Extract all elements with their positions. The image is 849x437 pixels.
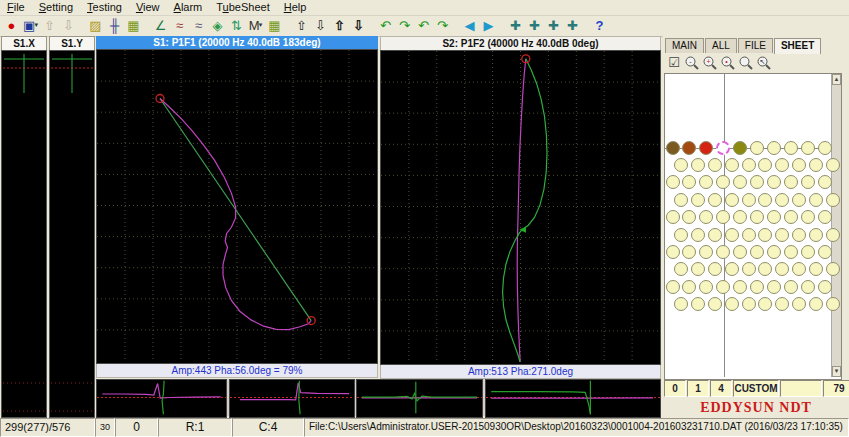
- span-updown-icon[interactable]: ⇅: [227, 16, 246, 34]
- tube-circle[interactable]: [691, 193, 705, 207]
- tube-circle[interactable]: [758, 262, 772, 276]
- edit-check-icon[interactable]: ☑: [665, 54, 683, 71]
- tube-circle[interactable]: [733, 175, 747, 189]
- tube-circle[interactable]: [767, 210, 781, 224]
- tube-circle[interactable]: [733, 245, 747, 259]
- menu-testing[interactable]: Testing: [80, 0, 129, 15]
- tube-circle[interactable]: [784, 280, 798, 294]
- zoom-region-icon[interactable]: •: [719, 54, 737, 71]
- page-up-icon[interactable]: ⇧: [330, 16, 349, 34]
- tube-circle[interactable]: [725, 193, 739, 207]
- tube-circle[interactable]: [767, 141, 781, 155]
- sheet-scrollbar[interactable]: ▲ ▼: [831, 74, 841, 377]
- scope-2-display[interactable]: [380, 50, 661, 365]
- tube-circle[interactable]: [682, 210, 696, 224]
- prev-icon[interactable]: ◀: [460, 16, 479, 34]
- tube-circle[interactable]: [809, 158, 823, 172]
- impedance-plane-icon[interactable]: ∠: [151, 16, 170, 34]
- tube-circle[interactable]: [826, 193, 840, 207]
- next-icon[interactable]: ▶: [479, 16, 498, 34]
- tube-circle[interactable]: [758, 297, 772, 311]
- tube-circle[interactable]: [818, 141, 832, 155]
- waveform-1-icon[interactable]: ≈: [170, 16, 189, 34]
- tube-circle[interactable]: [826, 228, 840, 242]
- tube-circle[interactable]: [682, 141, 696, 155]
- tube-circle[interactable]: [775, 193, 789, 207]
- tube-circle[interactable]: [699, 141, 713, 155]
- record-icon[interactable]: ●: [2, 16, 21, 34]
- tube-circle[interactable]: [775, 158, 789, 172]
- tab-sheet[interactable]: SHEET: [774, 38, 821, 54]
- tube-circle[interactable]: [809, 193, 823, 207]
- scope-1-display[interactable]: [96, 49, 378, 364]
- tube-circle[interactable]: [699, 245, 713, 259]
- strip-grid-icon[interactable]: ▦: [124, 16, 143, 34]
- tube-circle[interactable]: [708, 228, 722, 242]
- rotate-ccw-icon[interactable]: ↶: [376, 16, 395, 34]
- report-grid-icon[interactable]: ▦: [265, 16, 284, 34]
- tube-circle[interactable]: [691, 297, 705, 311]
- tube-circle[interactable]: [818, 210, 832, 224]
- tube-circle[interactable]: [674, 297, 688, 311]
- rotate-cw-icon[interactable]: ↷: [395, 16, 414, 34]
- scope-2-title[interactable]: S2: P1F2 (40000 Hz 40.0dB 0deg): [380, 36, 661, 50]
- tube-circle[interactable]: [775, 297, 789, 311]
- tube-circle[interactable]: [767, 245, 781, 259]
- tube-circle[interactable]: [725, 228, 739, 242]
- tube-circle[interactable]: [784, 141, 798, 155]
- page-down-icon[interactable]: ⇩: [349, 16, 368, 34]
- tube-circle[interactable]: [801, 210, 815, 224]
- tube-circle[interactable]: [792, 193, 806, 207]
- tube-sheet-view[interactable]: ▲ ▼: [664, 73, 842, 380]
- anchor-2-icon[interactable]: ✚: [525, 16, 544, 34]
- tube-circle[interactable]: [716, 175, 730, 189]
- tube-circle[interactable]: [775, 262, 789, 276]
- tube-circle[interactable]: [742, 158, 756, 172]
- zoom-out-icon[interactable]: -: [683, 54, 701, 71]
- tube-circle[interactable]: [674, 262, 688, 276]
- tube-circle[interactable]: [733, 210, 747, 224]
- tab-file[interactable]: FILE: [738, 38, 773, 53]
- shift-up-icon[interactable]: ⇧: [292, 16, 311, 34]
- tube-circle[interactable]: [742, 262, 756, 276]
- tube-circle[interactable]: [767, 280, 781, 294]
- tube-circle[interactable]: [674, 158, 688, 172]
- tube-circle[interactable]: [742, 193, 756, 207]
- tube-circle[interactable]: [809, 228, 823, 242]
- tube-circle[interactable]: [792, 297, 806, 311]
- tube-circle[interactable]: [666, 175, 680, 189]
- tube-circle[interactable]: [750, 210, 764, 224]
- tube-circle[interactable]: [801, 280, 815, 294]
- tube-circle[interactable]: [742, 297, 756, 311]
- tab-all[interactable]: ALL: [705, 38, 737, 53]
- tube-circle[interactable]: [801, 175, 815, 189]
- tube-circle[interactable]: [666, 141, 680, 155]
- tube-circle[interactable]: [775, 228, 789, 242]
- tube-circle[interactable]: [826, 158, 840, 172]
- menu-help[interactable]: Help: [277, 0, 314, 15]
- tube-circle[interactable]: [708, 297, 722, 311]
- tube-circle[interactable]: [801, 245, 815, 259]
- tube-circle[interactable]: [818, 280, 832, 294]
- mixer-icon[interactable]: M▾: [246, 16, 265, 34]
- tube-circle[interactable]: [809, 297, 823, 311]
- tab-main[interactable]: MAIN: [665, 38, 704, 53]
- tube-circle[interactable]: [699, 210, 713, 224]
- tube-circle[interactable]: [792, 228, 806, 242]
- move-down-icon[interactable]: ⇩: [59, 16, 78, 34]
- tube-circle[interactable]: [682, 280, 696, 294]
- tube-circle[interactable]: [784, 245, 798, 259]
- tube-circle[interactable]: [691, 228, 705, 242]
- menu-view[interactable]: View: [129, 0, 167, 15]
- menu-setting[interactable]: Setting: [32, 0, 80, 15]
- tube-circle[interactable]: [699, 175, 713, 189]
- menu-tubesheet[interactable]: TubeSheet: [209, 0, 276, 15]
- tube-circle[interactable]: [725, 158, 739, 172]
- anchor-3-icon[interactable]: ✚: [544, 16, 563, 34]
- tube-circle[interactable]: [682, 245, 696, 259]
- tube-circle[interactable]: [691, 262, 705, 276]
- tube-circle[interactable]: [801, 141, 815, 155]
- tube-circle[interactable]: [666, 245, 680, 259]
- tube-circle[interactable]: [818, 175, 832, 189]
- filter-sliders-icon[interactable]: ╫: [105, 16, 124, 34]
